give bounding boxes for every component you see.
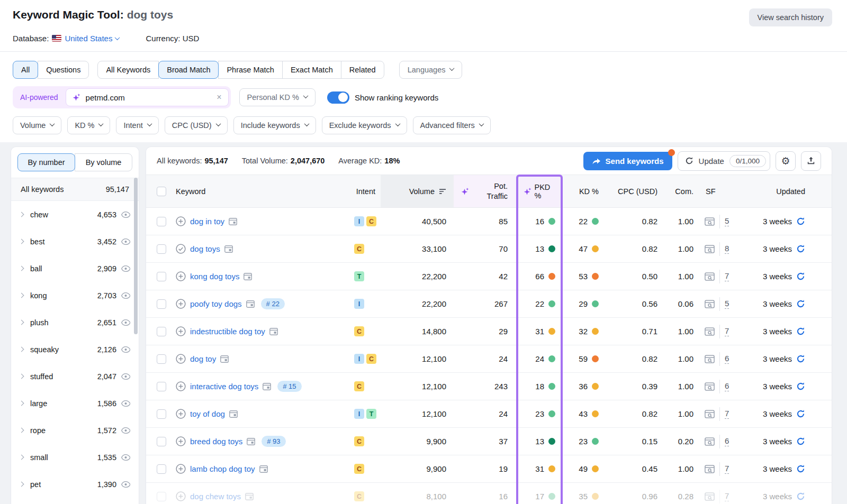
row-checkbox[interactable] <box>157 492 166 501</box>
column-volume[interactable]: Volume <box>381 175 454 207</box>
sidebar-group-rope[interactable]: rope 1,572 <box>11 417 139 444</box>
intent-badge-C[interactable]: C <box>354 244 364 254</box>
personal-kd-dropdown[interactable]: Personal KD % <box>239 88 316 106</box>
refresh-icon[interactable] <box>796 217 805 226</box>
keyword-link[interactable]: lamb chop dog toy <box>190 464 255 473</box>
keyword-link[interactable]: poofy toy dogs <box>190 299 242 308</box>
eye-icon[interactable] <box>121 481 130 488</box>
intent-badge-C[interactable]: C <box>366 216 376 226</box>
row-checkbox[interactable] <box>157 327 166 336</box>
sf-count[interactable]: 5 <box>725 299 729 309</box>
eye-icon[interactable] <box>121 427 130 434</box>
sf-count[interactable]: 7 <box>725 326 729 336</box>
intent-badge-C[interactable]: C <box>354 491 364 501</box>
filter-volume[interactable]: Volume <box>13 116 61 134</box>
row-checkbox[interactable] <box>157 299 166 309</box>
row-checkbox[interactable] <box>157 244 166 254</box>
sf-count[interactable]: 6 <box>725 381 729 391</box>
added-check-icon[interactable] <box>176 244 186 254</box>
refresh-icon[interactable] <box>796 492 805 501</box>
keyword-link[interactable]: indestructible dog toy <box>190 327 265 336</box>
row-checkbox[interactable] <box>157 217 166 226</box>
send-keywords-button[interactable]: Send keywords <box>583 152 672 170</box>
refresh-icon[interactable] <box>796 299 805 308</box>
intent-badge-I[interactable]: I <box>354 216 364 226</box>
row-checkbox[interactable] <box>157 354 166 364</box>
tab-phrase-match[interactable]: Phrase Match <box>218 61 282 79</box>
refresh-icon[interactable] <box>796 244 805 253</box>
refresh-icon[interactable] <box>796 272 805 281</box>
keyword-link[interactable]: toy of dog <box>190 409 225 418</box>
intent-badge-I[interactable]: I <box>354 354 364 364</box>
column-kd[interactable]: KD % <box>563 175 605 207</box>
sf-count[interactable]: 7 <box>725 409 729 419</box>
tab-questions[interactable]: Questions <box>38 61 89 79</box>
sf-count[interactable]: 7 <box>725 271 729 281</box>
languages-dropdown[interactable]: Languages <box>399 61 463 79</box>
intent-badge-C[interactable]: C <box>354 436 364 446</box>
keyword-link[interactable]: dog in toy <box>190 217 224 226</box>
column-com[interactable]: Com. <box>663 175 699 207</box>
add-keyword-icon[interactable] <box>176 216 186 226</box>
serp-preview-icon[interactable] <box>229 410 238 418</box>
serp-features-icon[interactable] <box>705 465 715 473</box>
column-intent[interactable]: Intent <box>343 175 381 207</box>
sidebar-scrollbar[interactable] <box>134 178 138 334</box>
intent-badge-C[interactable]: C <box>354 326 364 336</box>
serp-features-icon[interactable] <box>705 355 715 363</box>
serp-features-icon[interactable] <box>705 437 715 446</box>
column-sf[interactable]: SF <box>699 175 750 207</box>
tab-broad-match[interactable]: Broad Match <box>158 61 219 79</box>
serp-features-icon[interactable] <box>705 272 715 281</box>
filter-exclude-keywords[interactable]: Exclude keywords <box>322 116 407 134</box>
sidebar-group-large[interactable]: large 1,586 <box>11 390 139 417</box>
sf-count[interactable]: 7 <box>725 464 729 474</box>
row-checkbox[interactable] <box>157 464 166 474</box>
filter-cpc-usd[interactable]: CPC (USD) <box>165 116 228 134</box>
serp-preview-icon[interactable] <box>244 273 252 280</box>
keyword-link[interactable]: interactive dog toys <box>190 382 258 391</box>
sf-count[interactable]: 8 <box>725 244 729 254</box>
intent-badge-T[interactable]: T <box>366 409 376 419</box>
sidebar-group-plush[interactable]: plush 2,651 <box>11 309 139 336</box>
serp-preview-icon[interactable] <box>246 300 255 308</box>
clear-search-icon[interactable]: × <box>217 93 221 102</box>
keyword-link[interactable]: dog toy <box>190 354 216 363</box>
add-keyword-icon[interactable] <box>176 326 186 336</box>
add-keyword-icon[interactable] <box>176 271 186 281</box>
eye-icon[interactable] <box>121 265 130 272</box>
tab-all[interactable]: All <box>13 61 38 79</box>
keyword-link[interactable]: breed dog toys <box>190 437 242 446</box>
serp-preview-icon[interactable] <box>269 328 278 335</box>
eye-icon[interactable] <box>121 454 130 461</box>
serp-preview-icon[interactable] <box>224 245 233 253</box>
column-updated[interactable]: Updated <box>750 175 832 207</box>
sidebar-group-pet[interactable]: pet 1,390 <box>11 471 139 498</box>
column-pot-traffic[interactable]: Pot. Traffic <box>454 175 516 207</box>
serp-features-icon[interactable] <box>705 300 715 308</box>
sf-count[interactable]: 6 <box>725 436 729 446</box>
add-keyword-icon[interactable] <box>176 464 186 474</box>
ranking-position-badge[interactable]: # 15 <box>277 381 301 392</box>
eye-icon[interactable] <box>121 319 130 326</box>
serp-preview-icon[interactable] <box>247 438 255 445</box>
add-keyword-icon[interactable] <box>176 299 186 309</box>
column-keyword[interactable]: Keyword <box>176 175 343 207</box>
keyword-link[interactable]: kong dog toys <box>190 272 239 281</box>
serp-features-icon[interactable] <box>705 382 715 391</box>
row-checkbox[interactable] <box>157 272 166 281</box>
serp-preview-icon[interactable] <box>245 493 254 500</box>
view-search-history-button[interactable]: View search history <box>749 8 832 26</box>
sidebar-all-keywords-row[interactable]: All keywords 95,147 <box>11 178 139 201</box>
refresh-icon[interactable] <box>796 464 805 473</box>
intent-badge-I[interactable]: I <box>354 409 364 419</box>
filter-intent[interactable]: Intent <box>116 116 158 134</box>
add-keyword-icon[interactable] <box>176 491 186 501</box>
intent-badge-C[interactable]: C <box>354 381 364 391</box>
serp-preview-icon[interactable] <box>220 355 229 363</box>
sidebar-group-stuffed[interactable]: stuffed 2,047 <box>11 363 139 390</box>
refresh-icon[interactable] <box>796 327 805 336</box>
eye-icon[interactable] <box>121 212 130 218</box>
sidebar-group-best[interactable]: best 3,452 <box>11 228 139 255</box>
export-button[interactable] <box>801 151 821 171</box>
